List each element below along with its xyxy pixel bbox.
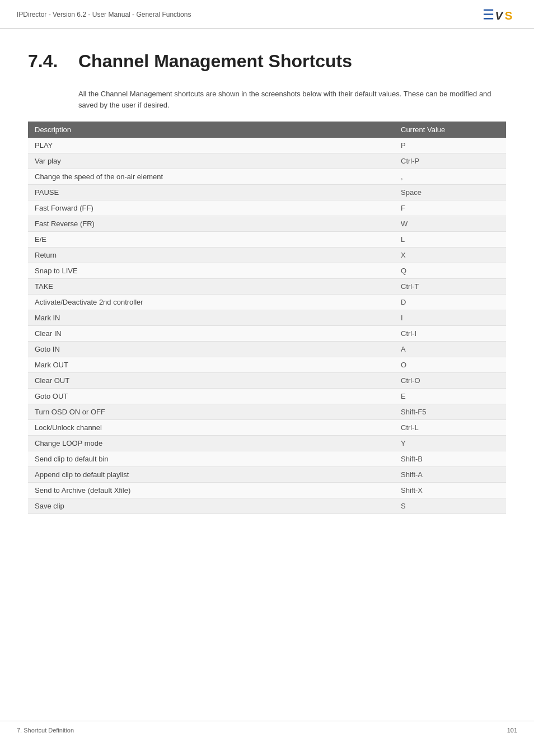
table-row: Snap to LIVEQ [28, 263, 506, 279]
table-row: Goto INA [28, 342, 506, 357]
description-cell: Clear OUT [28, 373, 394, 389]
table-row: Var playCtrl-P [28, 153, 506, 169]
evs-logo: V S [484, 7, 517, 22]
main-content: 7.4. Channel Management Shortcuts All th… [0, 29, 534, 536]
value-cell: , [394, 169, 506, 185]
description-cell: Snap to LIVE [28, 263, 394, 279]
evs-logo-svg: V S [484, 7, 517, 22]
description-cell: Fast Forward (FF) [28, 200, 394, 216]
document-title: IPDirector - Version 6.2 - User Manual -… [17, 11, 191, 18]
description-cell: Lock/Unlock channel [28, 420, 394, 436]
value-cell: L [394, 232, 506, 248]
description-cell: Change the speed of the on-air element [28, 169, 394, 185]
table-row: Turn OSD ON or OFFShift-F5 [28, 404, 506, 420]
table-row: Change the speed of the on-air element, [28, 169, 506, 185]
table-row: Lock/Unlock channelCtrl-L [28, 420, 506, 436]
svg-rect-1 [484, 13, 493, 15]
table-row: PLAYP [28, 138, 506, 153]
table-row: TAKECtrl-T [28, 279, 506, 295]
value-cell: P [394, 138, 506, 153]
table-row: Append clip to default playlistShift-A [28, 467, 506, 483]
page-header: IPDirector - Version 6.2 - User Manual -… [0, 0, 534, 29]
description-cell: Save clip [28, 498, 394, 514]
description-cell: Change LOOP mode [28, 436, 394, 451]
value-cell: Shift-X [394, 483, 506, 498]
value-cell: Shift-A [394, 467, 506, 483]
table-row: Fast Reverse (FR)W [28, 216, 506, 232]
value-cell: X [394, 248, 506, 263]
value-cell: Ctrl-O [394, 373, 506, 389]
svg-rect-2 [484, 18, 493, 20]
description-cell: Send to Archive (default Xfile) [28, 483, 394, 498]
table-row: Clear OUTCtrl-O [28, 373, 506, 389]
shortcuts-table: Description Current Value PLAYPVar playC… [28, 122, 506, 514]
description-column-header: Description [28, 122, 394, 138]
description-cell: Var play [28, 153, 394, 169]
value-cell: Space [394, 185, 506, 200]
value-cell: Ctrl-T [394, 279, 506, 295]
description-cell: Goto IN [28, 342, 394, 357]
footer-left: 7. Shortcut Definition [17, 727, 74, 734]
value-cell: D [394, 295, 506, 310]
svg-text:S: S [505, 9, 513, 22]
value-cell: Ctrl-I [394, 326, 506, 342]
description-cell: Turn OSD ON or OFF [28, 404, 394, 420]
table-row: PAUSESpace [28, 185, 506, 200]
description-cell: Fast Reverse (FR) [28, 216, 394, 232]
current-value-column-header: Current Value [394, 122, 506, 138]
svg-text:V: V [495, 9, 504, 22]
description-cell: Return [28, 248, 394, 263]
value-cell: Y [394, 436, 506, 451]
description-cell: E/E [28, 232, 394, 248]
value-cell: I [394, 310, 506, 326]
footer-right: 101 [507, 727, 517, 734]
table-row: E/EL [28, 232, 506, 248]
table-row: Send to Archive (default Xfile)Shift-X [28, 483, 506, 498]
table-row: Send clip to default binShift-B [28, 451, 506, 467]
value-cell: F [394, 200, 506, 216]
svg-rect-0 [484, 10, 493, 11]
value-cell: O [394, 357, 506, 373]
table-row: Fast Forward (FF)F [28, 200, 506, 216]
intro-text: All the Channel Management shortcuts are… [78, 88, 506, 110]
description-cell: Clear IN [28, 326, 394, 342]
value-cell: W [394, 216, 506, 232]
value-cell: E [394, 389, 506, 404]
value-cell: S [394, 498, 506, 514]
description-cell: PLAY [28, 138, 394, 153]
value-cell: Shift-F5 [394, 404, 506, 420]
page-footer: 7. Shortcut Definition 101 [0, 721, 534, 739]
description-cell: TAKE [28, 279, 394, 295]
chapter-number: 7.4. [28, 51, 67, 72]
description-cell: Goto OUT [28, 389, 394, 404]
description-cell: Mark OUT [28, 357, 394, 373]
description-cell: Send clip to default bin [28, 451, 394, 467]
table-row: ReturnX [28, 248, 506, 263]
value-cell: Q [394, 263, 506, 279]
chapter-heading: 7.4. Channel Management Shortcuts [28, 51, 506, 72]
value-cell: A [394, 342, 506, 357]
value-cell: Shift-B [394, 451, 506, 467]
description-cell: PAUSE [28, 185, 394, 200]
table-header-row: Description Current Value [28, 122, 506, 138]
table-row: Mark OUTO [28, 357, 506, 373]
description-cell: Mark IN [28, 310, 394, 326]
table-row: Clear INCtrl-I [28, 326, 506, 342]
description-cell: Activate/Deactivate 2nd controller [28, 295, 394, 310]
table-row: Change LOOP modeY [28, 436, 506, 451]
table-row: Activate/Deactivate 2nd controllerD [28, 295, 506, 310]
value-cell: Ctrl-P [394, 153, 506, 169]
chapter-title: Channel Management Shortcuts [78, 51, 352, 72]
description-cell: Append clip to default playlist [28, 467, 394, 483]
table-row: Goto OUTE [28, 389, 506, 404]
table-row: Mark INI [28, 310, 506, 326]
value-cell: Ctrl-L [394, 420, 506, 436]
table-row: Save clipS [28, 498, 506, 514]
